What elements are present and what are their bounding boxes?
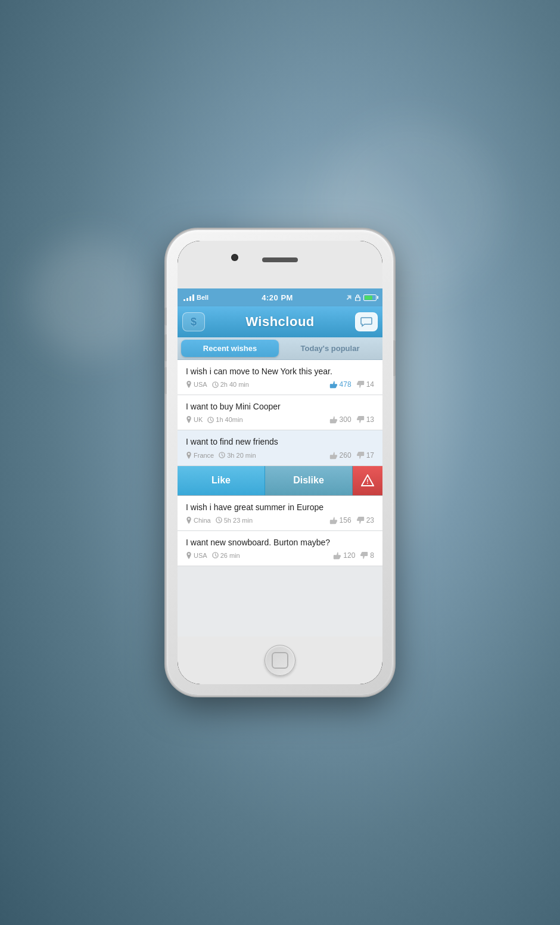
- dislike-count: 17: [356, 451, 374, 460]
- location-text: USA: [194, 381, 207, 388]
- pin-icon: [186, 452, 192, 459]
- lock-icon: [354, 294, 361, 301]
- clock-icon: [212, 552, 219, 558]
- wish-meta-left: USA 26 min: [186, 552, 240, 559]
- front-camera: [231, 254, 238, 261]
- phone-top-hardware: [178, 241, 382, 288]
- wish-text: I wish i have great summer in Europe: [186, 502, 374, 513]
- wish-meta: China 5h 23 min: [186, 516, 374, 524]
- svg-point-1: [188, 382, 190, 384]
- dollar-icon: $: [191, 316, 197, 328]
- wish-meta-left: USA 2h 40 min: [186, 381, 249, 388]
- phone-screen: Bell 4:20 PM: [178, 288, 382, 637]
- battery-fill: [365, 296, 373, 300]
- wish-text: I wish i can move to New York this year.: [186, 366, 374, 377]
- action-row: Like Dislike !: [178, 466, 382, 496]
- svg-point-18: [188, 553, 190, 555]
- carrier-label: Bell: [197, 294, 209, 301]
- thumb-up-icon: [329, 380, 338, 389]
- status-right: [346, 294, 377, 301]
- dislike-button[interactable]: Dislike: [265, 466, 353, 495]
- home-button-inner: [272, 652, 288, 669]
- status-bar: Bell 4:20 PM: [178, 288, 382, 306]
- svg-rect-17: [362, 517, 364, 521]
- chat-button[interactable]: [355, 312, 378, 331]
- dislike-count: 13: [356, 415, 374, 424]
- svg-rect-0: [356, 297, 360, 300]
- svg-text:!: !: [366, 479, 368, 485]
- clock-icon: [212, 381, 219, 388]
- earpiece: [262, 257, 298, 262]
- signal-bar-3: [189, 296, 191, 301]
- dislike-count: 14: [356, 380, 374, 389]
- wish-item-selected[interactable]: I want to find new friends France: [178, 430, 382, 465]
- wish-meta: UK 1h 40min: [186, 415, 374, 424]
- wish-meta: USA 26 min: [186, 551, 374, 560]
- wish-meta-right: 478 14: [329, 380, 374, 389]
- volume-up-button[interactable]: [164, 334, 167, 361]
- dollar-button[interactable]: $: [182, 312, 205, 331]
- battery-icon: [363, 294, 377, 301]
- time-item: 2h 40 min: [212, 381, 249, 388]
- location-item: USA: [186, 552, 207, 559]
- wish-item[interactable]: I want to buy Mini Cooper UK: [178, 395, 382, 430]
- wish-meta-left: China 5h 23 min: [186, 517, 253, 524]
- thumb-down-icon: [356, 415, 365, 424]
- phone-bezel: Bell 4:20 PM: [178, 241, 382, 684]
- wish-item[interactable]: I want new snowboard. Burton maybe? USA: [178, 531, 382, 566]
- like-count: 260: [329, 451, 351, 460]
- phone-bottom-hardware: [178, 637, 382, 684]
- report-button[interactable]: !: [353, 466, 382, 495]
- clock-icon: [219, 452, 225, 458]
- warning-icon: !: [361, 474, 374, 486]
- time-item: 26 min: [212, 552, 240, 559]
- dislike-count: 23: [356, 516, 374, 524]
- location-text: UK: [194, 416, 203, 423]
- time-text: 1h 40min: [216, 416, 242, 423]
- clock-icon: [216, 517, 222, 523]
- wish-meta-left: UK 1h 40min: [186, 416, 243, 423]
- thumb-down-icon: [356, 451, 365, 460]
- home-button[interactable]: [265, 645, 295, 676]
- wish-text: I want to find new friends: [186, 436, 374, 447]
- svg-rect-3: [329, 384, 331, 388]
- tab-recent-wishes[interactable]: Recent wishes: [181, 340, 279, 357]
- svg-point-9: [188, 453, 190, 455]
- like-count: 300: [329, 415, 351, 424]
- time-item: 1h 40min: [207, 416, 242, 423]
- like-count: 478: [329, 380, 351, 389]
- location-text: China: [194, 517, 211, 524]
- time-text: 2h 40 min: [220, 381, 249, 388]
- dislike-count: 8: [360, 551, 374, 560]
- wish-meta-right: 300 13: [329, 415, 374, 424]
- status-left: Bell: [183, 294, 209, 301]
- status-time: 4:20 PM: [262, 293, 293, 302]
- wish-meta-right: 120 8: [333, 551, 374, 560]
- app-header: $ Wishcloud: [178, 306, 382, 337]
- wish-item[interactable]: I wish i have great summer in Europe Chi…: [178, 496, 382, 531]
- wish-item[interactable]: I wish i can move to New York this year.…: [178, 360, 382, 395]
- mute-button[interactable]: [164, 308, 167, 325]
- tab-today-popular[interactable]: Today's popular: [281, 340, 379, 357]
- clock-icon: [207, 417, 214, 423]
- thumb-up-icon: [333, 551, 341, 560]
- location-item: USA: [186, 381, 207, 388]
- volume-down-button[interactable]: [164, 367, 167, 394]
- location-item: UK: [186, 416, 203, 423]
- power-button[interactable]: [393, 340, 396, 376]
- wish-meta-left: France 3h 20 min: [186, 452, 256, 459]
- wish-meta-right: 156 23: [329, 516, 374, 524]
- time-item: 3h 20 min: [219, 452, 256, 459]
- thumb-down-icon: [356, 516, 365, 524]
- pin-icon: [186, 416, 192, 423]
- pin-icon: [186, 552, 192, 559]
- location-item: France: [186, 452, 214, 459]
- location-item: China: [186, 517, 211, 524]
- like-button[interactable]: Like: [178, 466, 265, 495]
- location-arrow-icon: [346, 294, 352, 300]
- svg-rect-12: [362, 451, 364, 455]
- svg-rect-8: [362, 416, 364, 420]
- signal-bar-1: [183, 299, 185, 301]
- pin-icon: [186, 381, 192, 388]
- thumb-down-icon: [360, 551, 368, 560]
